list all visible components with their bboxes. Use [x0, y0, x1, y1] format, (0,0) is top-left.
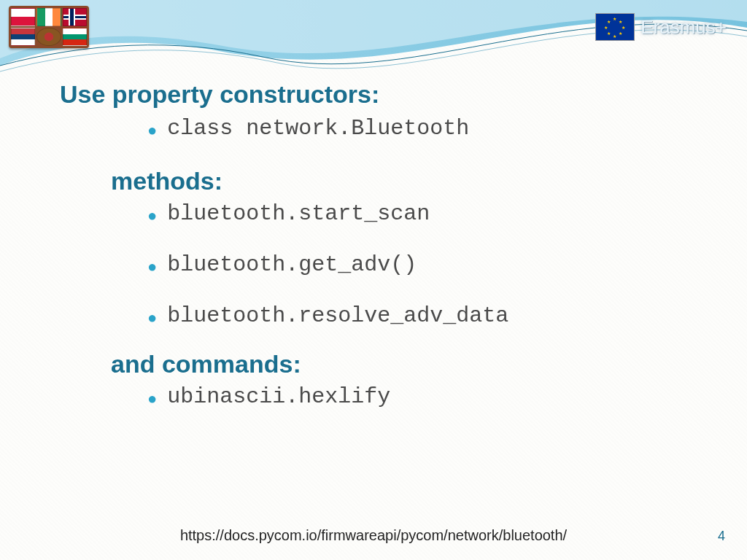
- bullet-icon: ●: [147, 259, 157, 275]
- partner-flags-badge: [9, 6, 89, 48]
- list-item: ● ubinascii.hexlify: [147, 384, 703, 409]
- eu-branding: ★ ★ ★ ★ ★ ★ ★ ★ Erasmus+: [595, 13, 727, 41]
- flag-poland: [11, 8, 35, 26]
- code-text: class network.Bluetooth: [167, 116, 469, 141]
- code-text: bluetooth.start_scan: [167, 201, 430, 226]
- methods-heading: methods:: [111, 167, 703, 195]
- slide-header: ★ ★ ★ ★ ★ ★ ★ ★ Erasmus+: [0, 0, 747, 88]
- slide-content: Use property constructors: ● class netwo…: [60, 80, 703, 416]
- slide-title: Use property constructors:: [60, 80, 703, 109]
- page-number: 4: [718, 529, 725, 544]
- footer-url: https://docs.pycom.io/firmwareapi/pycom/…: [0, 527, 747, 544]
- bullet-icon: ●: [147, 310, 157, 326]
- list-item: ● bluetooth.resolve_adv_data: [147, 303, 703, 328]
- flag-bulgaria: [63, 28, 87, 46]
- code-text: bluetooth.get_adv(): [167, 252, 417, 277]
- commands-heading: and commands:: [111, 350, 703, 378]
- bullet-icon: ●: [147, 208, 157, 224]
- bullet-icon: ●: [147, 391, 157, 407]
- flag-ireland: [36, 8, 61, 26]
- erasmus-label: Erasmus+: [640, 16, 727, 39]
- flag-norway: [63, 8, 87, 26]
- list-item: ● bluetooth.get_adv(): [147, 252, 703, 277]
- eu-flag-icon: ★ ★ ★ ★ ★ ★ ★ ★: [595, 13, 635, 41]
- bullet-icon: ●: [147, 122, 157, 139]
- flag-serbia: [11, 28, 35, 46]
- project-logo-icon: [36, 28, 61, 46]
- list-item: ● class network.Bluetooth: [147, 116, 703, 141]
- list-item: ● bluetooth.start_scan: [147, 201, 703, 226]
- code-text: ubinascii.hexlify: [167, 384, 390, 409]
- code-text: bluetooth.resolve_adv_data: [167, 303, 508, 328]
